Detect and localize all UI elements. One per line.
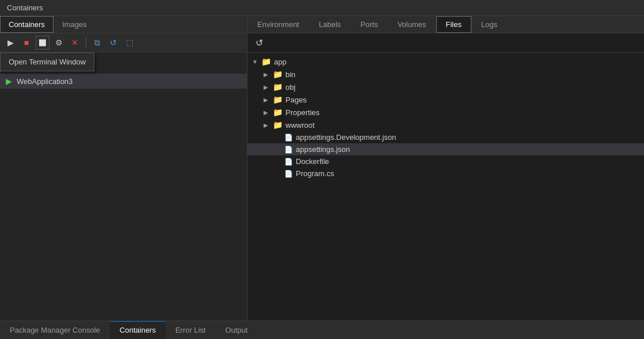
close-button[interactable]: ✕ bbox=[68, 36, 82, 49]
tree-item[interactable]: ▶ 📁 wwwroot bbox=[247, 119, 644, 131]
tab-images[interactable]: Images bbox=[54, 16, 96, 33]
tree-item[interactable]: ▶ 📁 Properties bbox=[247, 106, 644, 119]
list-item[interactable]: ▶ WebApplication3 bbox=[0, 74, 247, 89]
tree-item[interactable]: ▶ 📁 Pages bbox=[247, 93, 644, 106]
tree-item-label: obj bbox=[285, 83, 295, 92]
tree-item-label: appsettings.Development.json bbox=[296, 133, 396, 142]
tree-item[interactable]: ▶ 📄 appsettings.Development.json bbox=[247, 131, 644, 143]
copy-button[interactable]: ⧉ bbox=[90, 36, 104, 49]
container-name: WebApplication3 bbox=[17, 77, 73, 86]
tree-item-label: Pages bbox=[285, 96, 307, 104]
chevron-icon: ▶ bbox=[264, 71, 270, 78]
bottom-tabs: Package Manager Console Containers Error… bbox=[0, 321, 644, 339]
toolbar-separator-1 bbox=[86, 37, 86, 48]
tooltip-text: Open Terminal Window bbox=[9, 58, 86, 66]
tab-logs[interactable]: Logs bbox=[471, 16, 507, 33]
left-tabs-row: Containers Images bbox=[0, 16, 247, 33]
tab-error-list[interactable]: Error List bbox=[166, 321, 216, 339]
title-bar: Containers bbox=[0, 0, 644, 16]
tree-item[interactable]: ▶ 📁 obj bbox=[247, 81, 644, 93]
folder-icon: 📁 bbox=[273, 70, 283, 79]
tree-item[interactable]: ▼ 📁 app bbox=[247, 55, 644, 68]
header-tabs: Environment Labels Ports Volumes Files L… bbox=[247, 16, 644, 33]
tree-item-label: wwwroot bbox=[285, 121, 315, 129]
tab-package-manager[interactable]: Package Manager Console bbox=[0, 321, 110, 339]
left-panel: Containers Images ▶ ■ ⬜ ⚙ ✕ ⧉ ↺ ⬚ Open T… bbox=[0, 16, 247, 321]
chevron-icon: ▶ bbox=[264, 97, 270, 103]
running-icon: ▶ bbox=[6, 77, 12, 86]
toolbar-row: ▶ ■ ⬜ ⚙ ✕ ⧉ ↺ ⬚ bbox=[0, 33, 247, 52]
chevron-icon: ▶ bbox=[264, 84, 270, 90]
tab-ports[interactable]: Ports bbox=[350, 16, 387, 33]
start-button[interactable]: ▶ bbox=[3, 36, 17, 49]
tab-containers-bottom[interactable]: Containers bbox=[110, 321, 166, 339]
folder-icon: 📁 bbox=[273, 108, 283, 117]
tab-environment[interactable]: Environment bbox=[247, 16, 309, 33]
main-area: Containers Images ▶ ■ ⬜ ⚙ ✕ ⧉ ↺ ⬚ Open T… bbox=[0, 16, 644, 321]
file-icon: 📄 bbox=[284, 170, 293, 178]
tree-item-label: app bbox=[274, 58, 287, 66]
tree-item[interactable]: ▶ 📁 bin bbox=[247, 68, 644, 81]
tab-containers[interactable]: Containers bbox=[0, 16, 54, 33]
terminal-button[interactable]: ⬜ bbox=[36, 36, 49, 49]
chevron-icon: ▶ bbox=[264, 109, 270, 116]
file-icon: 📄 bbox=[284, 158, 293, 166]
tree-item-label: Program.cs bbox=[296, 169, 334, 178]
file-tree[interactable]: ▼ 📁 app ▶ 📁 bin ▶ 📁 obj ▶ 📁 Pages bbox=[247, 53, 644, 321]
tree-item[interactable]: ▶ 📄 Program.cs bbox=[247, 167, 644, 180]
tab-files[interactable]: Files bbox=[436, 16, 471, 33]
folder-icon: 📁 bbox=[273, 95, 283, 104]
tree-item-label: Properties bbox=[285, 108, 319, 117]
tree-item[interactable]: ▶ 📄 Dockerfile bbox=[247, 155, 644, 167]
tab-volumes[interactable]: Volumes bbox=[388, 16, 436, 33]
tree-item-label: appsettings.json bbox=[296, 145, 350, 154]
refresh-right-button[interactable]: ↺ bbox=[252, 36, 266, 50]
more-button[interactable]: ⬚ bbox=[123, 36, 136, 49]
file-icon: 📄 bbox=[284, 146, 293, 154]
stop-button[interactable]: ■ bbox=[20, 36, 33, 49]
container-list[interactable]: ▶ WebApplication3 bbox=[0, 71, 247, 321]
tree-item-label: Dockerfile bbox=[296, 157, 329, 166]
folder-icon: 📁 bbox=[261, 57, 271, 66]
chevron-icon: ▼ bbox=[252, 59, 259, 65]
tree-item[interactable]: ▶ 📄 appsettings.json bbox=[247, 143, 644, 155]
settings-button[interactable]: ⚙ bbox=[52, 36, 66, 49]
chevron-icon: ▶ bbox=[264, 122, 270, 128]
right-toolbar: ↺ bbox=[247, 33, 644, 53]
tab-labels[interactable]: Labels bbox=[309, 16, 350, 33]
file-icon: 📄 bbox=[284, 134, 293, 142]
tree-item-label: bin bbox=[285, 70, 295, 79]
folder-icon: 📁 bbox=[273, 82, 283, 92]
folder-icon: 📁 bbox=[273, 120, 283, 129]
title-text: Containers bbox=[7, 3, 43, 12]
right-panel: Environment Labels Ports Volumes Files L… bbox=[247, 16, 644, 321]
tooltip-popup: Open Terminal Window bbox=[0, 52, 94, 71]
refresh-left-button[interactable]: ↺ bbox=[106, 36, 120, 49]
tab-output[interactable]: Output bbox=[215, 321, 257, 339]
